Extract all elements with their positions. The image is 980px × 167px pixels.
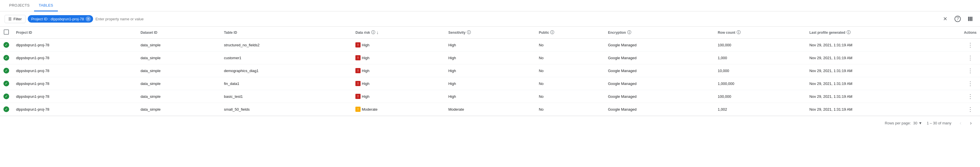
risk-label: High [362,69,369,73]
public-info-icon[interactable]: ⓘ [550,30,554,35]
cell-actions[interactable]: ⋮ [961,65,980,77]
cell-data-risk: !High [352,39,445,52]
cell-encryption: Google Managed [605,39,714,52]
filter-input[interactable] [95,17,515,21]
row-status-icon: ✓ [3,68,9,74]
top-nav: PROJECTS TABLES [0,0,980,11]
row-actions-menu-button[interactable]: ⋮ [965,79,975,88]
cell-actions[interactable]: ⋮ [961,90,980,103]
columns-icon[interactable] [965,14,975,24]
svg-rect-1 [970,17,971,21]
rows-per-page-value: 30 [913,121,917,125]
cell-last-profile: Nov 29, 2021, 1:31:19 AM [806,90,961,103]
cell-last-profile: Nov 29, 2021, 1:31:19 AM [806,77,961,90]
pagination-prev-button[interactable]: ‹ [956,118,965,128]
pagination-next-button[interactable]: › [966,118,975,128]
high-risk-icon: ! [355,68,361,73]
help-icon[interactable]: ? [953,14,963,24]
cell-encryption: Google Managed [605,52,714,65]
rows-per-page-label: Rows per page: [885,121,911,125]
row-checkbox-col: ✓ [0,103,13,116]
sensitivity-info-icon[interactable]: ⓘ [467,30,471,35]
data-risk-info-icon[interactable]: ⓘ [371,30,375,35]
filter-chip-close[interactable]: × [86,16,91,22]
cell-row-count: 1,000,000 [714,77,806,90]
cell-project-id: dlppsbqrun1-proj-78 [13,77,137,90]
cell-data-risk: !High [352,90,445,103]
col-header-encryption[interactable]: Encryption ⓘ [605,27,714,39]
high-risk-icon: ! [355,43,361,47]
cell-dataset-id: data_simple [137,52,221,65]
table-row: ✓dlppsbqrun1-proj-78data_simplefin_data1… [0,77,980,90]
data-risk-sort-icon[interactable]: ↓ [376,30,379,35]
tab-tables[interactable]: TABLES [34,0,57,11]
svg-rect-2 [971,17,972,21]
col-header-public[interactable]: Public ⓘ [535,27,605,39]
row-actions-menu-button[interactable]: ⋮ [965,92,975,101]
col-header-last-profile[interactable]: Last profile generated ⓘ [806,27,961,39]
cell-data-risk: !Moderate [352,103,445,116]
cell-actions[interactable]: ⋮ [961,77,980,90]
cell-public: No [535,65,605,77]
table-footer: Rows per page: 30 ▼ 1 – 30 of many ‹ › [0,116,980,130]
col-header-row-count[interactable]: Row count ⓘ [714,27,806,39]
last-profile-info-icon[interactable]: ⓘ [846,30,851,35]
row-checkbox-col: ✓ [0,52,13,65]
cell-project-id: dlppsbqrun1-proj-78 [13,39,137,52]
row-status-icon: ✓ [3,42,9,48]
cell-project-id: dlppsbqrun1-proj-78 [13,103,137,116]
rows-per-page-select[interactable]: 30 ▼ [913,121,922,125]
risk-label: High [362,43,369,47]
row-status-icon: ✓ [3,55,9,61]
risk-label: High [362,56,369,60]
cell-sensitivity: High [445,52,535,65]
toolbar: ☰ Filter Project ID : dlppsbqrun1-proj-7… [0,11,980,27]
moderate-risk-icon: ! [355,107,361,112]
filter-chip-label: Project ID : dlppsbqrun1-proj-78 [31,17,84,21]
close-icon[interactable]: ✕ [940,14,950,24]
cell-row-count: 1,002 [714,103,806,116]
row-count-info-icon[interactable]: ⓘ [737,30,741,35]
row-checkbox-col: ✓ [0,77,13,90]
cell-last-profile: Nov 29, 2021, 1:31:19 AM [806,39,961,52]
cell-row-count: 100,000 [714,90,806,103]
cell-actions[interactable]: ⋮ [961,39,980,52]
col-header-sensitivity[interactable]: Sensitivity ⓘ [445,27,535,39]
cell-table-id: basic_test1 [221,90,352,103]
rows-per-page-dropdown-icon[interactable]: ▼ [918,121,922,125]
table-row: ✓dlppsbqrun1-proj-78data_simpledemograph… [0,65,980,77]
table-row: ✓dlppsbqrun1-proj-78data_simplestructure… [0,39,980,52]
cell-sensitivity: High [445,39,535,52]
cell-encryption: Google Managed [605,65,714,77]
cell-table-id: small_50_fields [221,103,352,116]
row-actions-menu-button[interactable]: ⋮ [965,105,975,113]
cell-last-profile: Nov 29, 2021, 1:31:19 AM [806,65,961,77]
row-actions-menu-button[interactable]: ⋮ [965,54,975,62]
cell-encryption: Google Managed [605,77,714,90]
row-actions-menu-button[interactable]: ⋮ [965,66,975,75]
row-checkbox-col: ✓ [0,39,13,52]
cell-public: No [535,39,605,52]
tab-projects[interactable]: PROJECTS [5,0,34,11]
filter-chip: Project ID : dlppsbqrun1-proj-78 × [28,15,93,23]
select-all-checkbox[interactable] [4,30,9,35]
high-risk-icon: ! [355,94,361,99]
cell-last-profile: Nov 29, 2021, 1:31:19 AM [806,103,961,116]
encryption-info-icon[interactable]: ⓘ [627,30,631,35]
cell-project-id: dlppsbqrun1-proj-78 [13,65,137,77]
pagination-text: 1 – 30 of many [927,121,951,125]
col-header-data-risk[interactable]: Data risk ⓘ ↓ [352,27,445,39]
row-status-icon: ✓ [3,93,9,99]
cell-project-id: dlppsbqrun1-proj-78 [13,90,137,103]
cell-sensitivity: High [445,90,535,103]
cell-actions[interactable]: ⋮ [961,103,980,116]
header-checkbox-col [0,27,13,39]
cell-actions[interactable]: ⋮ [961,52,980,65]
cell-last-profile: Nov 29, 2021, 1:31:19 AM [806,52,961,65]
pagination-nav: ‹ › [956,118,975,128]
row-actions-menu-button[interactable]: ⋮ [965,41,975,49]
filter-button[interactable]: ☰ Filter [5,15,25,23]
risk-label: High [362,82,369,86]
col-header-dataset-id: Dataset ID [137,27,221,39]
cell-data-risk: !High [352,52,445,65]
